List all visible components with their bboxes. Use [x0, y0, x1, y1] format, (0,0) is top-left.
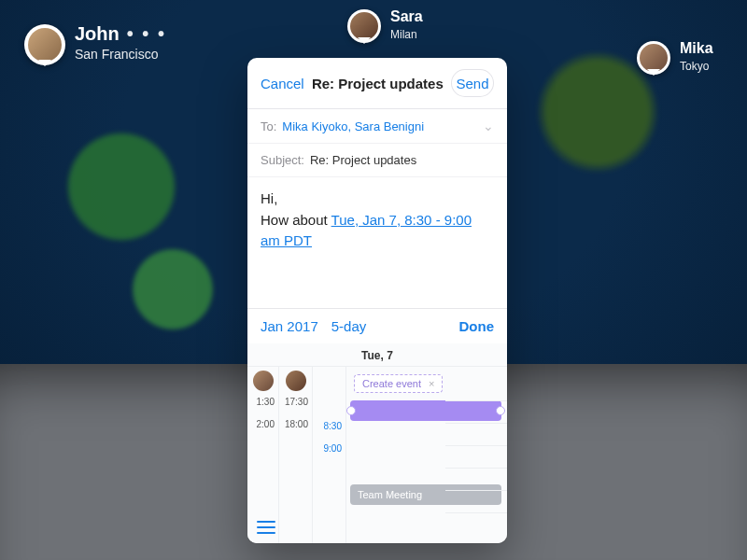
- subject-row[interactable]: Subject: Re: Project updates: [247, 144, 507, 177]
- pin-city: Tokyo: [680, 60, 713, 73]
- done-button[interactable]: Done: [459, 318, 495, 334]
- month-picker[interactable]: Jan 2017: [261, 318, 318, 334]
- time-label: 18:00: [279, 413, 312, 436]
- create-event-chip[interactable]: Create event ×: [354, 374, 443, 393]
- pin-john[interactable]: John• • • San Francisco: [24, 24, 166, 65]
- pin-name: Sara: [390, 9, 423, 24]
- compose-body[interactable]: Hi, How about Tue, Jan 7, 8:30 - 9:00 am…: [247, 177, 507, 308]
- create-event-label: Create event: [362, 378, 421, 389]
- tz-column-mika: 1:30 2:00: [247, 367, 279, 543]
- calendar-gridlines: [445, 367, 507, 543]
- avatar-sara-small: [286, 371, 306, 391]
- calendar-day-header: Tue, 7: [247, 343, 507, 367]
- time-label: 17:30: [279, 391, 312, 413]
- tz-avatar: [253, 371, 274, 391]
- pin-name: Mika: [680, 41, 713, 56]
- tz-column-me: 8:30 9:00: [313, 367, 346, 543]
- subject-value: Re: Project updates: [310, 153, 416, 167]
- to-label: To:: [261, 119, 276, 133]
- body-line-1: Hi,: [261, 189, 494, 210]
- send-button[interactable]: Send: [451, 69, 494, 97]
- time-label: 1:30: [247, 391, 278, 413]
- compose-title: Re: Project updates: [312, 76, 444, 91]
- recipients: Mika Kiyoko, Sara Benigni: [282, 119, 477, 133]
- pin-sara[interactable]: Sara Milan: [347, 9, 423, 43]
- close-icon[interactable]: ×: [429, 378, 434, 389]
- pin-labels: John• • • San Francisco: [75, 24, 166, 62]
- pin-city: Milan: [390, 28, 423, 41]
- event-team-meeting[interactable]: Team Meeting: [350, 484, 501, 505]
- event-proposed[interactable]: [350, 400, 501, 421]
- recipients-row[interactable]: To: Mika Kiyoko, Sara Benigni ⌄: [247, 109, 507, 144]
- pin-avatar: [347, 9, 381, 43]
- pin-labels: Sara Milan: [390, 9, 423, 41]
- calendar: Tue, 7 1:30 2:00 17:30 18:00 8:30 9:00: [247, 343, 507, 543]
- time-label: 9:00: [313, 438, 345, 460]
- cancel-button[interactable]: Cancel: [261, 76, 304, 91]
- compose-header: Cancel Re: Project updates Send: [247, 58, 507, 109]
- chevron-down-icon[interactable]: ⌄: [483, 119, 494, 133]
- range-picker[interactable]: 5-day: [331, 318, 367, 334]
- time-label: 2:00: [247, 413, 278, 436]
- pin-labels: Mika Tokyo: [680, 41, 713, 73]
- pin-avatar: [24, 24, 65, 65]
- calendar-day-column[interactable]: Create event × Team Meeting: [346, 367, 507, 543]
- avatar-mika-small: [253, 371, 274, 391]
- compose-card: Cancel Re: Project updates Send To: Mika…: [247, 58, 507, 543]
- calendar-grid[interactable]: 1:30 2:00 17:30 18:00 8:30 9:00 Create e…: [247, 367, 507, 543]
- pin-name: John• • •: [75, 24, 166, 43]
- avatar-john: [28, 28, 62, 62]
- tz-column-sara: 17:30 18:00: [279, 367, 313, 543]
- pin-city: San Francisco: [75, 47, 166, 62]
- calendar-toolbar: Jan 2017 5-day Done: [247, 308, 507, 343]
- menu-icon[interactable]: [257, 521, 275, 534]
- pin-avatar: [637, 41, 670, 75]
- subject-label: Subject:: [261, 153, 304, 167]
- body-line-2: How about Tue, Jan 7, 8:30 - 9:00 am PDT: [261, 210, 494, 252]
- tz-avatar: [286, 371, 306, 391]
- avatar-mika: [640, 44, 668, 72]
- avatar-sara: [350, 12, 378, 40]
- time-label: 8:30: [313, 415, 345, 438]
- pin-mika[interactable]: Mika Tokyo: [637, 41, 713, 75]
- typing-indicator-icon: • • •: [127, 23, 166, 44]
